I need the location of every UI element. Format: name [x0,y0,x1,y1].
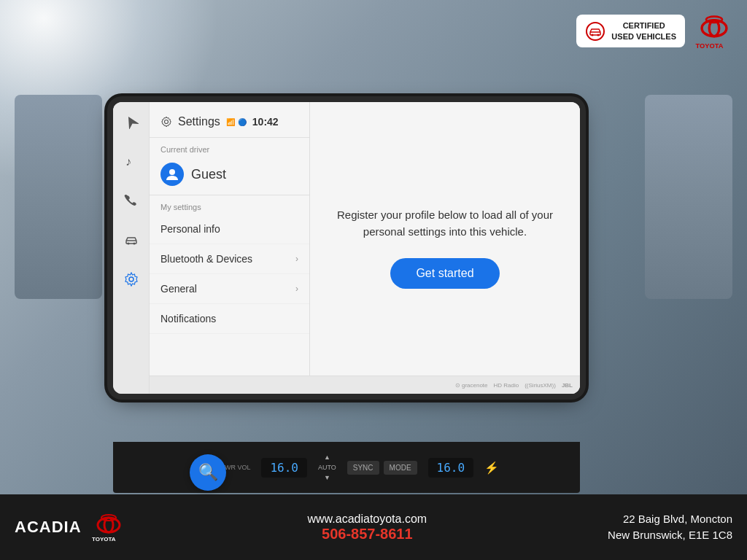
bottom-left: ACADIA TOYOTA [15,509,127,545]
usb-icon: ⚡ [484,461,499,475]
gear-icon [160,116,172,128]
gracenote-brand: ⊙ gracenote [455,382,488,389]
certified-text: CERTIFIED USED VEHICLES [611,20,676,42]
auto-label2: AUTO [318,464,336,471]
bluetooth-arrow: › [295,254,298,264]
certified-badge: CERTIFIED USED VEHICLES [576,15,685,47]
svg-point-14 [165,120,169,124]
settings-icon[interactable] [123,271,140,288]
screen-sidebar: ♪ [113,102,150,394]
address-line1: 22 Baig Blvd, Moncton [623,513,732,525]
svg-point-2 [592,34,594,36]
svg-point-13 [129,277,133,281]
sync-button[interactable]: SYNC [347,461,379,475]
menu-item-notifications[interactable]: Notifications [150,304,309,334]
music-icon[interactable]: ♪ [123,152,140,170]
bluetooth-label: Bluetooth & Devices [160,253,252,265]
my-settings-label: My settings [150,195,309,214]
settings-header: Settings 📶 🔵 10:42 [150,102,309,138]
jbl-brand: JBL [562,382,573,389]
driver-row: Guest [150,157,309,195]
svg-text:TOYOTA: TOYOTA [92,536,116,542]
right-vent [645,95,732,299]
menu-item-bluetooth[interactable]: Bluetooth & Devices › [150,244,309,274]
current-driver-label: Current driver [150,138,309,157]
auto-label: ▲ [324,454,330,461]
register-text: Register your profile below to load all … [325,207,565,240]
mode-button[interactable]: MODE [384,461,417,475]
menu-item-general[interactable]: General › [150,274,309,304]
svg-text:TOYOTA: TOYOTA [696,42,724,50]
general-arrow: › [295,284,298,294]
search-overlay-icon: 🔍 [198,463,218,482]
search-overlay-button[interactable]: 🔍 [190,454,226,491]
hdradio-brand: HD Radio [494,382,519,389]
phone-icon[interactable] [123,192,140,209]
menu-item-personal-info[interactable]: Personal info [150,214,309,244]
dealer-name: ACADIA [15,518,82,537]
bluetooth-icon: 🔵 [238,118,247,126]
svg-text:♪: ♪ [125,155,131,168]
svg-marker-8 [124,114,139,129]
svg-point-12 [133,243,135,245]
content-panel: Register your profile below to load all … [310,102,580,394]
car-icon[interactable] [123,231,140,249]
toyota-logo: TOYOTA [692,11,736,51]
top-right-badge: CERTIFIED USED VEHICLES TOYOTA [576,11,736,51]
driver-avatar [160,163,184,186]
certified-icon [585,21,605,42]
siriusxm-brand: ((SiriusXM)) [525,382,556,389]
left-vent [15,95,102,299]
controls-bar: PWR VOL 16.0 ▲ AUTO ▼ SYNC MODE 16.0 ⚡ [113,442,580,493]
personal-info-label: Personal info [160,223,220,235]
settings-title: Settings [178,115,220,128]
settings-panel: Settings 📶 🔵 10:42 Current driver [150,102,310,394]
svg-point-0 [587,23,604,40]
clock-display: 10:42 [252,116,279,128]
svg-point-3 [597,34,600,36]
svg-point-15 [169,169,175,175]
signal-icon: 📶 [226,118,235,126]
bottom-toyota-logo: TOYOTA [90,509,127,545]
bottom-bar: ACADIA TOYOTA www.acadiatoyota.com 506-8… [0,494,747,560]
address-line2: New Brunswick, E1E 1C8 [608,529,732,541]
screen-footer: ⊙ gracenote HD Radio ((SiriusXM)) JBL [150,376,580,394]
website-url: www.acadiatoyota.com [142,513,594,526]
nav-icon[interactable] [123,113,140,131]
driver-name: Guest [191,167,226,182]
svg-point-11 [127,243,129,245]
temp-right-display: 16.0 [428,458,474,478]
bottom-right: 22 Baig Blvd, Moncton New Brunswick, E1E… [608,511,732,544]
get-started-button[interactable]: Get started [390,258,499,289]
screen-main: Settings 📶 🔵 10:42 Current driver [150,102,580,394]
temp-left-display: 16.0 [261,458,307,478]
general-label: General [160,283,197,295]
notifications-label: Notifications [160,313,216,324]
auto-label3: ▼ [324,474,330,481]
bottom-center: www.acadiatoyota.com 506-857-8611 [127,513,608,542]
status-row: 📶 🔵 10:42 [226,116,279,128]
phone-number: 506-857-8611 [322,526,413,542]
infotainment-screen: ♪ [113,102,580,394]
